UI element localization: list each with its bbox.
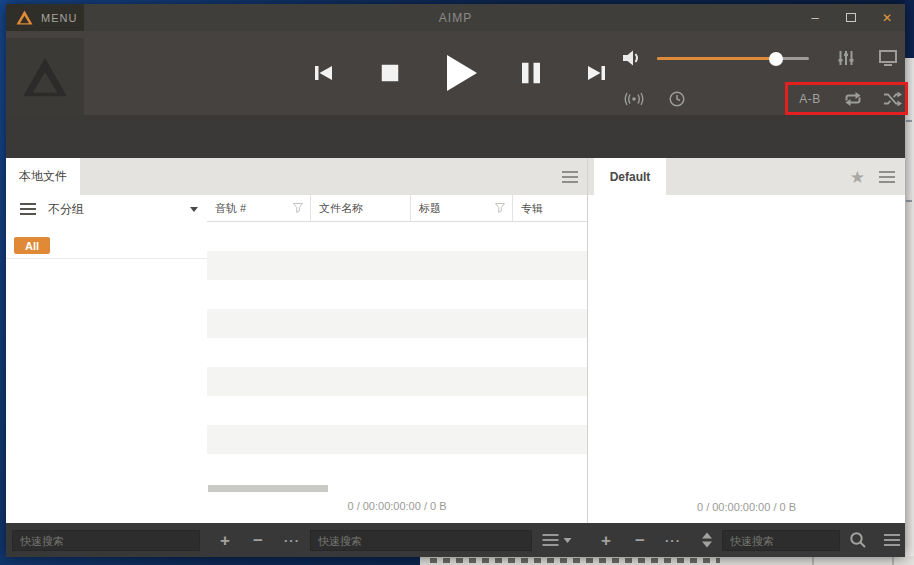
tab-default-playlist[interactable]: Default bbox=[594, 158, 666, 195]
track-list[interactable] bbox=[207, 222, 587, 480]
search-input-left[interactable] bbox=[12, 530, 200, 551]
grouping-label: 不分组 bbox=[48, 201, 84, 218]
horizontal-scrollbar[interactable] bbox=[208, 485, 328, 492]
volume-slider-handle[interactable] bbox=[769, 52, 783, 66]
search-button[interactable] bbox=[850, 532, 867, 549]
background-window-strip bbox=[905, 0, 914, 565]
pane-divider bbox=[6, 258, 207, 259]
equalizer-button[interactable] bbox=[838, 50, 855, 66]
search-input-middle[interactable] bbox=[310, 530, 532, 551]
list-menu-icon bbox=[543, 534, 559, 546]
desktop: { "window": { "title": "AIMP" }, "menu":… bbox=[0, 0, 914, 565]
table-header: 音轨 # 文件名称 标题 专辑 bbox=[207, 195, 587, 222]
aimp-window: MENU AIMP – ✕ bbox=[6, 4, 905, 557]
control-panel: A-B bbox=[6, 31, 905, 115]
favorite-star-icon[interactable]: ★ bbox=[850, 168, 865, 185]
tab-local-files-label: 本地文件 bbox=[19, 168, 67, 185]
chevron-down-icon bbox=[564, 538, 572, 543]
transport-controls bbox=[6, 31, 905, 115]
stop-button[interactable] bbox=[382, 65, 399, 82]
volume-slider[interactable] bbox=[657, 57, 809, 60]
monitor-icon bbox=[879, 50, 897, 66]
maximize-button[interactable] bbox=[833, 4, 869, 31]
column-track-label: 音轨 # bbox=[215, 201, 246, 216]
next-icon bbox=[586, 64, 606, 82]
search-input-right[interactable] bbox=[722, 530, 840, 551]
repeat-button[interactable] bbox=[844, 92, 863, 107]
repeat-icon bbox=[844, 92, 863, 107]
display-button[interactable] bbox=[879, 50, 897, 66]
previous-icon bbox=[314, 64, 334, 82]
shuffle-icon bbox=[884, 92, 902, 107]
column-filename[interactable]: 文件名称 bbox=[311, 195, 411, 221]
volume-icon bbox=[623, 50, 643, 67]
right-status-text: 0 / 00:00:00:00 / 0 B bbox=[588, 501, 905, 513]
search-icon bbox=[850, 532, 867, 549]
spectrum-band bbox=[6, 115, 905, 158]
scheduler-button[interactable] bbox=[669, 91, 685, 107]
left-tabstrip bbox=[6, 158, 587, 195]
hamburger-icon bbox=[884, 534, 900, 546]
right-tabstrip: ★ Default bbox=[588, 158, 905, 195]
column-track-number[interactable]: 音轨 # bbox=[207, 195, 311, 221]
add-button[interactable]: + bbox=[220, 532, 230, 549]
previous-button[interactable] bbox=[314, 64, 334, 82]
more-button[interactable]: ··· bbox=[284, 534, 300, 547]
add-playlist-item-button[interactable]: + bbox=[601, 532, 611, 549]
aimp-logo-icon bbox=[16, 10, 33, 25]
play-button[interactable] bbox=[447, 55, 477, 91]
sort-button[interactable] bbox=[702, 533, 712, 548]
background-mark bbox=[906, 200, 912, 202]
equalizer-icon bbox=[838, 50, 855, 66]
playlist-area: 本地文件 ★ Default 不分组 All 音轨 # bbox=[6, 158, 905, 523]
main-menu-button[interactable] bbox=[884, 534, 900, 546]
column-album-label: 专辑 bbox=[521, 201, 543, 216]
pause-button[interactable] bbox=[522, 63, 540, 84]
grouping-row[interactable]: 不分组 bbox=[6, 198, 207, 222]
group-all-label: All bbox=[25, 240, 39, 252]
radio-button[interactable] bbox=[624, 92, 644, 106]
background-grid bbox=[734, 556, 914, 565]
menu-button-label: MENU bbox=[41, 12, 77, 24]
next-button[interactable] bbox=[586, 64, 606, 82]
shuffle-button[interactable] bbox=[884, 92, 902, 107]
bottom-toolbar: + − ··· + − ··· bbox=[6, 523, 905, 557]
chevron-down-icon[interactable] bbox=[190, 207, 198, 212]
column-filename-label: 文件名称 bbox=[319, 201, 363, 216]
more-playlist-button[interactable]: ··· bbox=[665, 534, 681, 547]
tab-local-files[interactable]: 本地文件 bbox=[6, 158, 80, 195]
titlebar: MENU AIMP – ✕ bbox=[6, 4, 905, 31]
playlist-menu-icon[interactable] bbox=[562, 171, 578, 183]
window-controls: – ✕ bbox=[797, 4, 905, 31]
close-button[interactable]: ✕ bbox=[869, 4, 905, 31]
ab-repeat-button[interactable]: A-B bbox=[799, 92, 821, 106]
filter-icon[interactable] bbox=[495, 203, 505, 213]
play-icon bbox=[447, 55, 477, 91]
playlist-options-icon[interactable] bbox=[879, 171, 895, 183]
group-all-button[interactable]: All bbox=[14, 237, 50, 254]
remove-playlist-item-button[interactable]: − bbox=[635, 532, 645, 549]
maximize-icon bbox=[846, 13, 856, 22]
background-text-blur bbox=[430, 558, 720, 563]
pause-icon bbox=[522, 63, 540, 84]
column-title-label: 标题 bbox=[419, 201, 441, 216]
background-document-strip bbox=[420, 556, 914, 565]
list-menu-button[interactable] bbox=[543, 534, 572, 546]
minimize-button[interactable]: – bbox=[797, 4, 833, 31]
ab-repeat-label: A-B bbox=[799, 92, 821, 106]
background-mark bbox=[906, 120, 912, 122]
sort-icon bbox=[702, 533, 712, 548]
menu-button[interactable]: MENU bbox=[6, 4, 84, 31]
column-album[interactable]: 专辑 bbox=[513, 195, 587, 221]
panel-divider bbox=[587, 158, 588, 523]
window-title: AIMP bbox=[6, 4, 905, 31]
filter-icon[interactable] bbox=[293, 203, 303, 213]
column-title[interactable]: 标题 bbox=[411, 195, 513, 221]
clock-icon bbox=[669, 91, 685, 107]
remove-button[interactable]: − bbox=[253, 532, 263, 549]
left-status-text: 0 / 00:00:00:00 / 0 B bbox=[207, 500, 587, 512]
broadcast-icon bbox=[624, 92, 644, 106]
volume-button[interactable] bbox=[623, 50, 643, 67]
stop-icon bbox=[382, 65, 399, 82]
grouping-menu-icon[interactable] bbox=[20, 203, 36, 215]
